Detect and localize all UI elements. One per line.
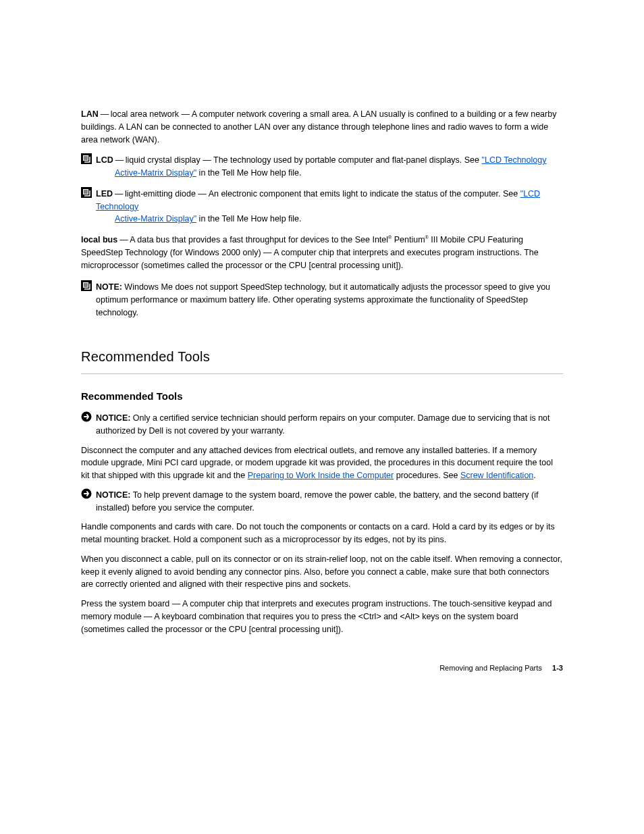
- separator: —: [117, 235, 130, 244]
- glossary-text: LED — light-emitting diode — An electron…: [96, 188, 563, 226]
- section-subheading: Recommended Tools: [81, 389, 563, 405]
- plus-text: and: [381, 612, 400, 621]
- glossary-entry-led: LED — light-emitting diode — An electron…: [81, 188, 563, 226]
- link-preparing-to-work[interactable]: Preparing to Work Inside the Computer: [248, 471, 394, 480]
- term-label: local bus: [81, 235, 117, 244]
- glossary-note: NOTE: Windows Me does not support SpeedS…: [81, 281, 563, 319]
- glossary-text: LAN — local area network — A computer ne…: [81, 108, 563, 146]
- key-alt: <Alt>: [400, 612, 420, 621]
- notice-block-2: NOTICE: To help prevent damage to the sy…: [81, 489, 563, 515]
- link-lcd-tech-1[interactable]: "LCD Technology: [482, 155, 547, 165]
- separator: —: [113, 189, 125, 199]
- page-footer: Removing and Replacing Parts 1-3: [81, 662, 563, 674]
- paragraph-handle-care: Handle components and cards with care. D…: [81, 521, 563, 546]
- term-label: LCD: [96, 155, 113, 165]
- glossary-text: local bus — A data bus that provides a f…: [81, 234, 563, 271]
- note-body: Windows Me does not support SpeedStep te…: [96, 282, 550, 317]
- notice-body: Only a certified service technician shou…: [96, 413, 550, 436]
- note-text: NOTE: Windows Me does not support SpeedS…: [96, 281, 563, 319]
- link-text: See: [355, 235, 373, 244]
- glossary-entry-lan: LAN — local area network — A computer ne…: [81, 108, 563, 146]
- notice-icon: [81, 488, 92, 499]
- link-active-matrix-1[interactable]: Active-Matrix Display": [115, 168, 196, 178]
- paragraph-tools: Disconnect the computer and any attached…: [81, 444, 563, 482]
- section-divider: [81, 373, 563, 374]
- definition-text: A data bus that provides a fast throughp…: [130, 235, 355, 244]
- glossary-entry-lcd: LCD — liquid crystal display — The techn…: [81, 154, 563, 180]
- intel-text: Intel: [372, 235, 388, 244]
- term-label: LED: [96, 189, 113, 199]
- paragraph-cable-disconnect: When you disconnect a cable, pull on its…: [81, 553, 563, 591]
- paragraph-post: .: [533, 471, 535, 480]
- paragraph-key-combo: Press the system board — A computer chip…: [81, 598, 563, 635]
- glossary-text: LCD — liquid crystal display — The techn…: [96, 154, 563, 180]
- definition-pre: liquid crystal display — The technology …: [126, 155, 482, 165]
- separator: —: [99, 109, 111, 119]
- note-label: NOTE:: [96, 282, 122, 292]
- notice-icon: [81, 411, 92, 422]
- section-heading: Recommended Tools: [81, 346, 563, 367]
- footer-page-number: 1-3: [552, 664, 563, 672]
- link-screw-id[interactable]: Screw Identification: [460, 471, 533, 480]
- glossary-entry-localbus: local bus — A data bus that provides a f…: [81, 234, 563, 271]
- pentium-text: Pentium: [392, 235, 425, 244]
- notice-text: NOTICE: To help prevent damage to the sy…: [96, 489, 563, 515]
- note-icon: [81, 153, 92, 164]
- paragraph-mid: procedures. See: [394, 471, 460, 480]
- notice-label: NOTICE:: [96, 413, 130, 423]
- definition-post: in the Tell Me How help file.: [196, 214, 301, 224]
- indented-continuation: Active-Matrix Display" in the Tell Me Ho…: [96, 168, 302, 178]
- definition-post: in the Tell Me How help file.: [196, 168, 301, 178]
- indented-continuation: Active-Matrix Display" in the Tell Me Ho…: [96, 214, 302, 224]
- term-label: LAN: [81, 109, 99, 119]
- note-icon: [81, 187, 92, 198]
- footer-chapter: Removing and Replacing Parts: [439, 664, 542, 672]
- link-active-matrix-2[interactable]: Active-Matrix Display": [115, 214, 196, 224]
- key-ctrl: <Ctrl>: [358, 612, 381, 621]
- definition-pre: light-emitting diode — An electronic com…: [125, 189, 520, 199]
- definition-text: local area network — A computer network …: [81, 109, 556, 145]
- notice-label: NOTICE:: [96, 490, 130, 500]
- notice-block-1: NOTICE: Only a certified service technic…: [81, 412, 563, 438]
- note-icon: [81, 280, 92, 291]
- separator: —: [113, 155, 126, 165]
- notice-text: NOTICE: Only a certified service technic…: [96, 412, 563, 438]
- notice-body: To help prevent damage to the system boa…: [96, 490, 538, 513]
